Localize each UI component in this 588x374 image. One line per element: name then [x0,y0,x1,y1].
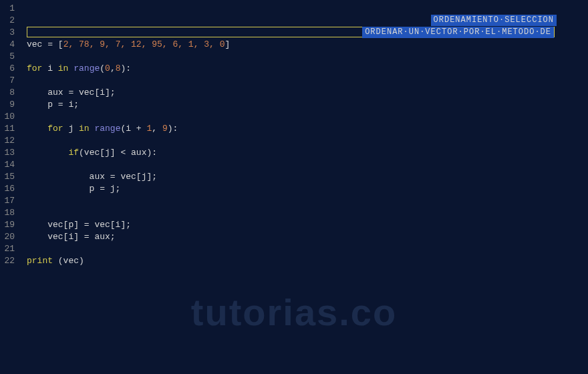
fold-region-marker: ORDENAR·UN·VECTOR·POR·EL·METODO·DE [27,27,555,37]
line-number: 22 [0,255,15,267]
comment-text: ORDENAR·UN·VECTOR·POR·EL·METODO·DE [362,27,554,38]
code-line[interactable]: for i in range(0,8): [27,63,588,75]
code-line[interactable]: aux = vec[j]; [27,171,588,183]
line-number: 1 [0,3,15,15]
line-number: 6 [0,63,15,75]
code-line[interactable]: ORDENAR·UN·VECTOR·POR·EL·METODO·DE [27,3,588,15]
line-number: 13 [0,147,15,159]
line-number: 3 [0,27,15,39]
line-number-gutter: 1 2 3 4 5 6 7 8 9 10 11 12 13 14 15 16 1… [0,0,20,374]
line-number: 4 [0,39,15,51]
line-number: 16 [0,183,15,195]
code-line[interactable]: print (vec) [27,255,588,267]
line-number: 9 [0,99,15,111]
code-line[interactable] [27,51,588,63]
line-number: 14 [0,159,15,171]
line-number: 20 [0,231,15,243]
code-line[interactable]: vec = [2, 78, 9, 7, 12, 95, 6, 1, 3, 0] [27,39,588,51]
code-line[interactable] [27,135,588,147]
line-number: 7 [0,75,15,87]
code-line[interactable]: aux = vec[i]; [27,87,588,99]
code-line[interactable] [27,75,588,87]
line-number: 15 [0,171,15,183]
code-line[interactable]: vec[i] = aux; [27,231,588,243]
code-line[interactable] [27,195,588,207]
line-number: 11 [0,123,15,135]
line-number: 21 [0,243,15,255]
line-number: 2 [0,15,15,27]
line-number: 8 [0,87,15,99]
code-area[interactable]: ORDENAR·UN·VECTOR·POR·EL·METODO·DE ORDEN… [20,0,588,374]
line-number: 12 [0,135,15,147]
comment-text: ORDENAMIENTO·SELECCION [431,15,557,26]
code-line[interactable] [27,111,588,123]
code-line[interactable]: p = i; [27,99,588,111]
code-line[interactable] [27,243,588,255]
code-line[interactable] [27,159,588,171]
code-line[interactable]: if(vec[j] < aux): [27,147,588,159]
line-number: 18 [0,207,15,219]
line-number: 19 [0,219,15,231]
code-line[interactable] [27,207,588,219]
line-number: 10 [0,111,15,123]
line-number: 17 [0,195,15,207]
line-number: 5 [0,51,15,63]
code-line[interactable]: ORDENAMIENTO·SELECCION [27,15,588,27]
code-editor[interactable]: 1 2 3 4 5 6 7 8 9 10 11 12 13 14 15 16 1… [0,0,588,374]
code-line[interactable]: p = j; [27,183,588,195]
code-line[interactable]: for j in range(i + 1, 9): [27,123,588,135]
code-line[interactable]: vec[p] = vec[i]; [27,219,588,231]
